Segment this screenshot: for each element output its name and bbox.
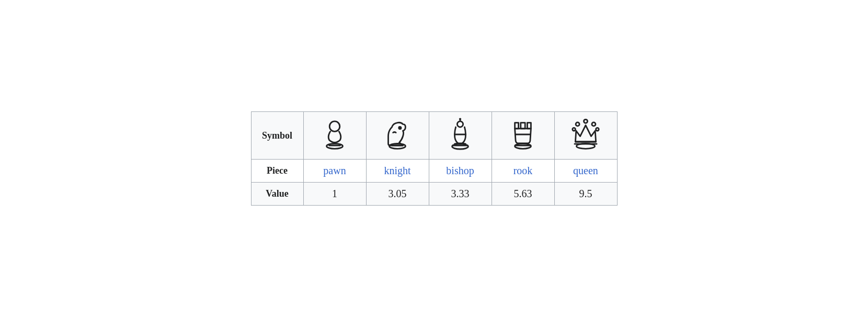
knight-value: 3.05	[366, 183, 429, 206]
piece-row-header: Piece	[251, 160, 303, 183]
svg-point-17	[584, 119, 588, 123]
svg-point-20	[573, 128, 576, 131]
svg-point-4	[399, 127, 401, 129]
queen-symbol-cell	[554, 112, 617, 160]
bishop-piece-name: bishop	[429, 160, 492, 183]
value-row: Value 1 3.05 3.33 5.63 9.5	[251, 183, 617, 206]
svg-point-18	[576, 122, 579, 126]
svg-rect-13	[527, 123, 531, 129]
pawn-value: 1	[303, 183, 366, 206]
bishop-value: 3.33	[429, 183, 492, 206]
svg-point-5	[457, 121, 463, 127]
svg-rect-11	[515, 123, 519, 129]
rook-symbol-cell	[492, 112, 554, 160]
rook-piece-name: rook	[492, 160, 554, 183]
rook-icon	[505, 116, 541, 153]
piece-row: Piece pawn knight bishop rook queen	[251, 160, 617, 183]
svg-point-0	[329, 121, 340, 132]
queen-piece-name: queen	[554, 160, 617, 183]
knight-icon	[379, 116, 416, 153]
bishop-icon	[442, 116, 478, 153]
pawn-piece-name: pawn	[303, 160, 366, 183]
rook-value: 5.63	[492, 183, 554, 206]
svg-point-19	[592, 122, 596, 126]
symbol-row-header: Symbol	[251, 112, 303, 160]
pawn-symbol-cell	[303, 112, 366, 160]
svg-rect-12	[521, 123, 525, 129]
chess-pieces-table: Symbol	[251, 111, 618, 206]
bishop-symbol-cell	[429, 112, 492, 160]
queen-icon	[567, 116, 604, 153]
svg-point-7	[459, 118, 461, 120]
value-row-header: Value	[251, 183, 303, 206]
knight-piece-name: knight	[366, 160, 429, 183]
symbol-row: Symbol	[251, 112, 617, 160]
svg-point-21	[596, 128, 599, 131]
chess-table-container: Symbol	[251, 111, 618, 206]
knight-symbol-cell	[366, 112, 429, 160]
queen-value: 9.5	[554, 183, 617, 206]
pawn-icon	[316, 116, 353, 153]
